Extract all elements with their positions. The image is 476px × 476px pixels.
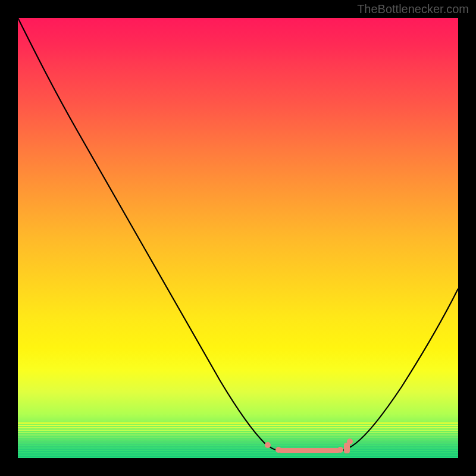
marker-group (265, 439, 353, 453)
svg-point-5 (347, 439, 353, 444)
svg-point-3 (337, 447, 343, 453)
svg-rect-2 (278, 448, 340, 453)
svg-point-0 (265, 442, 271, 448)
watermark-text: TheBottlenecker.com (357, 2, 469, 16)
chart-plot-area (18, 18, 458, 458)
bottleneck-curve (18, 18, 458, 451)
chart-curve-layer (18, 18, 458, 458)
